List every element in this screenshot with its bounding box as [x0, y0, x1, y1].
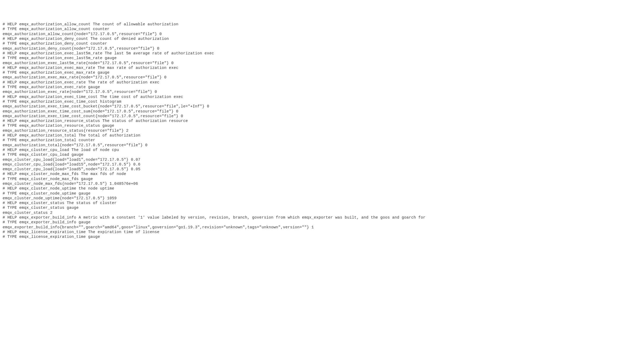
metrics-line: # TYPE emqx_cluster_status gauge	[3, 205, 614, 210]
metrics-line: # TYPE emqx_authorization_deny_count cou…	[3, 41, 614, 46]
metrics-line: emqx_cluster_cpu_load{load="load15",node…	[3, 162, 614, 167]
metrics-line: emqx_exporter_build_info{branch="",goarc…	[3, 225, 614, 230]
metrics-line: emqx_cluster_node_uptime{node="172.17.0.…	[3, 196, 614, 201]
metrics-line: # TYPE emqx_cluster_node_max_fds gauge	[3, 177, 614, 181]
metrics-line: # HELP emqx_cluster_cpu_load The load of…	[3, 148, 614, 152]
metrics-line: emqx_authorization_exec_max_rate{node="1…	[3, 75, 614, 80]
metrics-line: # TYPE emqx_cluster_node_uptime gauge	[3, 191, 614, 196]
metrics-line: # HELP emqx_authorization_deny_count The…	[3, 36, 614, 41]
metrics-line: # HELP emqx_license_expiration_time The …	[3, 230, 614, 234]
metrics-line: # HELP emqx_authorization_total The tota…	[3, 133, 614, 138]
metrics-line: # TYPE emqx_license_expiration_time gaug…	[3, 234, 614, 239]
metrics-line: # HELP emqx_cluster_node_uptime the node…	[3, 186, 614, 191]
metrics-line: emqx_authorization_resource_status{resou…	[3, 128, 614, 133]
metrics-line: # HELP emqx_exporter_build_info A metric…	[3, 215, 614, 220]
prometheus-metrics-output: # HELP emqx_authorization_allow_count Th…	[3, 22, 614, 239]
metrics-line: # TYPE emqx_authorization_resource_statu…	[3, 123, 614, 128]
metrics-line: # TYPE emqx_authorization_exec_rate gaug…	[3, 85, 614, 89]
metrics-line: emqx_authorization_deny_count{node="172.…	[3, 46, 614, 51]
metrics-line: # HELP emqx_cluster_status The status of…	[3, 201, 614, 205]
metrics-line: emqx_cluster_cpu_load{load="load5",node=…	[3, 167, 614, 172]
metrics-line: emqx_authorization_allow_count{node="172…	[3, 32, 614, 36]
metrics-line: # HELP emqx_authorization_exec_time_cost…	[3, 94, 614, 99]
metrics-line: # TYPE emqx_exporter_build_info gauge	[3, 220, 614, 225]
metrics-line: # HELP emqx_cluster_node_max_fds The max…	[3, 172, 614, 176]
metrics-line: # HELP emqx_authorization_exec_max_rate …	[3, 65, 614, 70]
metrics-line: # TYPE emqx_authorization_allow_count co…	[3, 27, 614, 31]
metrics-line: # TYPE emqx_authorization_exec_max_rate …	[3, 70, 614, 75]
metrics-line: # TYPE emqx_authorization_exec_last5m_ra…	[3, 56, 614, 60]
metrics-line: # TYPE emqx_authorization_exec_time_cost…	[3, 99, 614, 104]
metrics-line: emqx_authorization_total{node="172.17.0.…	[3, 143, 614, 148]
metrics-line: emqx_authorization_exec_rate{node="172.1…	[3, 89, 614, 94]
metrics-line: # HELP emqx_authorization_exec_last5m_ra…	[3, 51, 614, 56]
metrics-line: # TYPE emqx_cluster_cpu_load gauge	[3, 152, 614, 157]
metrics-line: emqx_cluster_node_max_fds{node="172.17.0…	[3, 181, 614, 186]
metrics-line: # HELP emqx_authorization_resource_statu…	[3, 119, 614, 123]
metrics-line: emqx_cluster_cpu_load{load="load1",node=…	[3, 157, 614, 162]
metrics-line: emqx_authorization_exec_time_cost_sum{no…	[3, 109, 614, 114]
metrics-line: # HELP emqx_authorization_allow_count Th…	[3, 22, 614, 27]
metrics-line: emqx_authorization_exec_time_cost_count{…	[3, 114, 614, 119]
metrics-line: emqx_authorization_exec_last5m_rate{node…	[3, 61, 614, 65]
metrics-line: # TYPE emqx_authorization_total counter	[3, 138, 614, 143]
metrics-line: # HELP emqx_authorization_exec_rate The …	[3, 80, 614, 85]
metrics-line: emqx_cluster_status 2	[3, 210, 614, 215]
metrics-line: emqx_authorization_exec_time_cost_bucket…	[3, 104, 614, 109]
